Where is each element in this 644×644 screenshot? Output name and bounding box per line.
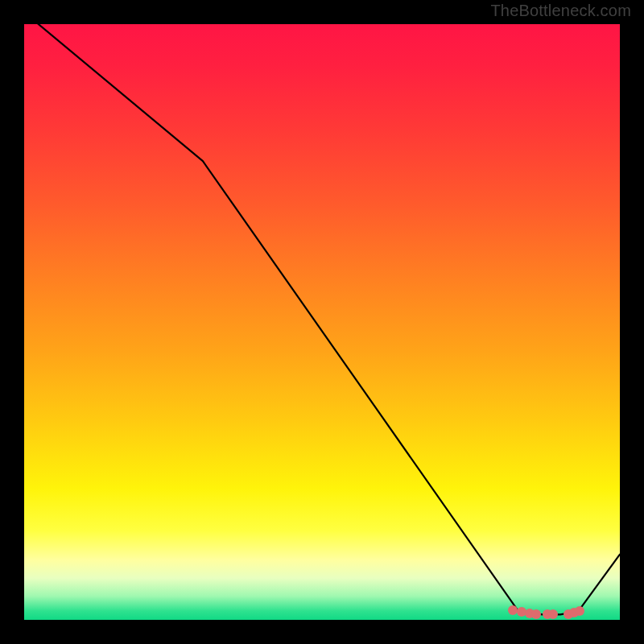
optimal-marker [508, 605, 518, 615]
optimal-marker [575, 606, 584, 616]
plot-area [24, 24, 620, 620]
attribution-label: TheBottleneck.com [490, 2, 631, 20]
optimal-marker [531, 609, 541, 619]
optimal-range-markers [24, 24, 620, 620]
chart-stage: TheBottleneck.com [0, 0, 644, 644]
optimal-marker [548, 609, 558, 619]
